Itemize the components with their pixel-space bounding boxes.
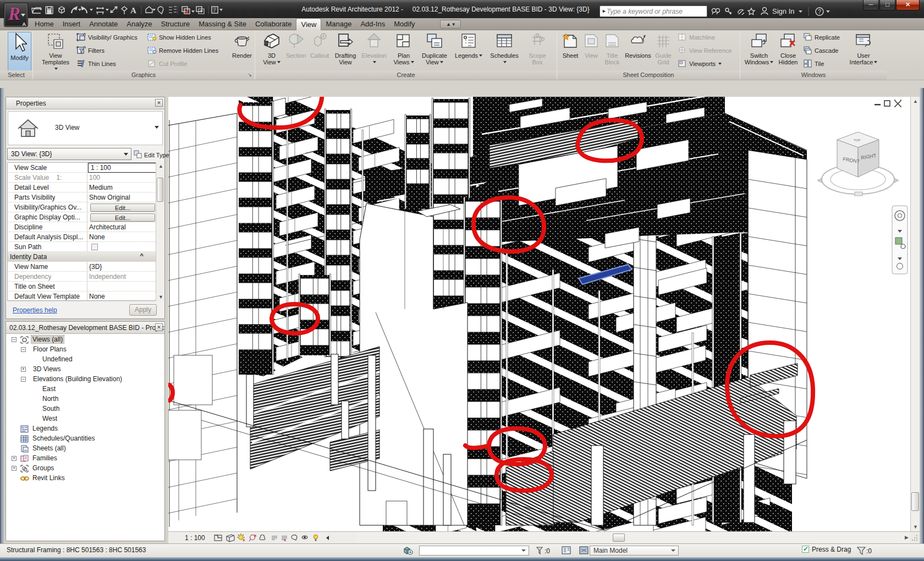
svg-text:x: x <box>254 533 257 538</box>
svg-text:Sign In: Sign In <box>772 7 794 15</box>
svg-text::0: :0 <box>866 547 872 555</box>
svg-text:x: x <box>243 537 245 542</box>
svg-text:?: ? <box>818 8 821 15</box>
svg-text::0: :0 <box>544 547 550 555</box>
svg-text:x: x <box>284 537 287 542</box>
svg-text:TOP: TOP <box>854 139 860 142</box>
